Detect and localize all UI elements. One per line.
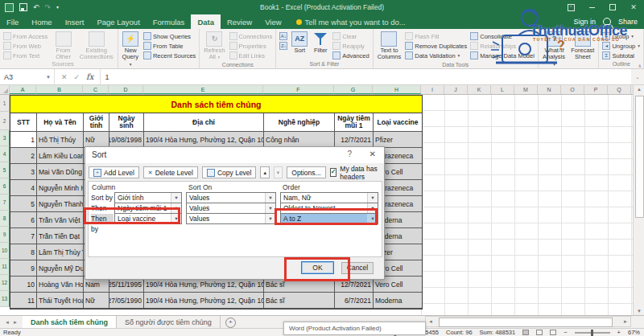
sheet-tab-danh-sach-tiem-chung[interactable]: Danh sách tiêm chủng [23,316,117,328]
forecast-sheet-button[interactable]: Forecast Sheet [568,30,597,68]
column-header-J[interactable]: J [444,85,468,94]
cell[interactable]: Lâm Thị Thùy Trang [37,244,84,260]
cell[interactable]: 190/4 Hòa Hưng, Phường 12, Quận 10 [144,293,264,309]
row-header-11[interactable]: 11 [0,259,10,275]
refresh-all-button[interactable]: ↻Refresh All ▾ [201,30,227,61]
flash-fill-button[interactable]: Flash Fill [403,31,469,41]
page-break-view-button[interactable] [550,330,556,335]
undo-icon[interactable]: ↶ [33,3,39,11]
from-other-sources-button[interactable]: From Other Sources ▾ [49,30,77,75]
cell[interactable]: 9 [10,260,37,277]
row-header-5[interactable]: 5 [0,162,10,178]
group-button[interactable]: ▸Group▾ [601,31,642,41]
filter-button[interactable]: Filter [310,30,331,60]
cell[interactable]: 27/05/1990 [109,293,144,309]
empty-grid-cells[interactable] [421,95,633,315]
tell-me-box[interactable]: Tell me what you want to do... [296,14,406,29]
sheet-tab-so-nguoi-uoc-tiem-chung[interactable]: Số người được tiêm chủng [117,316,221,328]
tab-data[interactable]: Data [191,14,221,29]
help-icon[interactable]: ? [347,150,352,158]
cell[interactable]: Nguyễn Minh Hiếu [37,180,84,196]
sort-za-button[interactable]: Z↓ [278,41,289,51]
name-box[interactable]: A3 ▼ [0,69,55,84]
consolidate-button[interactable]: Consolidate [469,31,536,41]
close-button[interactable]: ✕ [623,0,644,14]
dialog-close-icon[interactable]: ✕ [369,150,376,158]
sort-on-select[interactable]: Values▼ [186,203,276,214]
manage-data-model-button[interactable]: Manage Data Model [469,51,536,60]
cell[interactable]: Hồ Thị Thúy [37,132,84,148]
column-header-E[interactable]: E [143,85,263,94]
delete-level-button[interactable]: ✕Delete Level [143,166,198,178]
tab-view[interactable]: View [258,14,287,29]
cell[interactable]: 190/4 Hòa Hưng, Phường 12, Quận 10 [144,132,264,148]
scroll-right-icon[interactable]: ► [623,319,628,324]
qat-customize-icon[interactable]: ▾ [56,3,59,11]
column-header-G[interactable]: G [334,85,373,94]
column-header-M[interactable]: M [514,85,538,94]
column-header-D[interactable]: D [109,85,143,94]
cell[interactable]: Mai Văn Dũng [37,164,84,180]
cell[interactable]: 2 [10,148,37,164]
column-header-B[interactable]: B [36,85,83,94]
recent-sources-button[interactable]: Recent Sources [142,51,197,60]
zoom-out-button[interactable]: − [564,329,567,336]
enter-entry-icon[interactable]: ✓ [74,73,80,81]
tab-page-layout[interactable]: Page Layout [90,14,146,29]
cell[interactable]: 10 [10,277,37,293]
cell[interactable]: Nữ [84,132,109,148]
show-queries-button[interactable]: Show Queries [142,31,197,41]
cell[interactable]: Công nhân [264,132,335,148]
column-header-O[interactable]: O [561,85,584,94]
column-header-I[interactable]: I [421,85,444,94]
new-sheet-button[interactable]: + [225,318,236,328]
combo-dropdown-icon[interactable]: ▼ [367,193,378,203]
sort-button[interactable]: AZSort [289,30,310,60]
cell[interactable]: Nguyễn Thanh Sang [37,196,84,212]
cell[interactable]: Pfizer [374,132,422,148]
row-header-8[interactable]: 8 [0,211,10,227]
sort-az-button[interactable]: A↓ [278,31,289,41]
cell[interactable]: Trần Văn Việt [37,212,84,228]
column-select[interactable]: Giới tính▼ [114,192,182,203]
combo-dropdown-icon[interactable]: ▼ [171,193,181,203]
data-validation-button[interactable]: Data Validation▾ [403,51,469,60]
scroll-left-icon[interactable]: ◄ [428,319,433,324]
cell[interactable]: 4 [10,180,37,196]
cancel-entry-icon[interactable]: ✕ [61,73,68,81]
cell[interactable]: 7 [10,228,37,244]
cell[interactable]: Thái Tuyết Hoa [37,293,84,309]
cell[interactable]: Bác sĩ [264,293,335,309]
sort-dialog-titlebar[interactable]: Sort ? ✕ [85,147,384,163]
select-all-corner[interactable] [0,85,10,94]
from-access-button[interactable]: From Access [2,31,49,41]
column-header-A[interactable]: A [10,85,36,94]
cell[interactable]: 8 [10,244,37,260]
row-header-9[interactable]: 9 [0,227,10,243]
edit-links-button[interactable]: Edit Links [228,51,275,60]
remove-duplicates-button[interactable]: Remove Duplicates [403,41,469,51]
row-header-10[interactable]: 10 [0,243,10,259]
relationships-button[interactable]: Relationships [469,41,536,51]
column-header-P[interactable]: P [584,85,608,94]
scroll-down-icon[interactable]: ▼ [637,309,642,313]
column-header-K[interactable]: K [468,85,491,94]
column-header-Q[interactable]: Q [608,85,631,94]
sign-in-button[interactable]: Sign in [573,18,596,26]
scroll-up-icon[interactable]: ▲ [637,87,642,92]
what-if-analysis-button[interactable]: ?What-If Analysis ▾ [540,30,568,68]
zoom-slider[interactable] [575,332,610,334]
from-table-button[interactable]: From Table [142,41,197,51]
column-header-N[interactable]: N [538,85,561,94]
redo-icon[interactable]: ↷ [45,3,52,11]
cell[interactable]: Lâm Kiều Loan [37,148,84,164]
reapply-button[interactable]: Reapply [331,41,370,51]
from-web-button[interactable]: From Web [2,41,49,51]
cell[interactable]: 11 [10,293,37,309]
formula-bar-expand-icon[interactable]: ⌄ [631,69,644,84]
connections-button[interactable]: Connections [228,31,275,41]
column-header-C[interactable]: C [83,85,109,94]
cell[interactable]: Trần Tiến Đạt [37,228,84,244]
copy-level-button[interactable]: Copy Level [202,166,257,178]
add-level-button[interactable]: +Add Level [89,166,139,178]
